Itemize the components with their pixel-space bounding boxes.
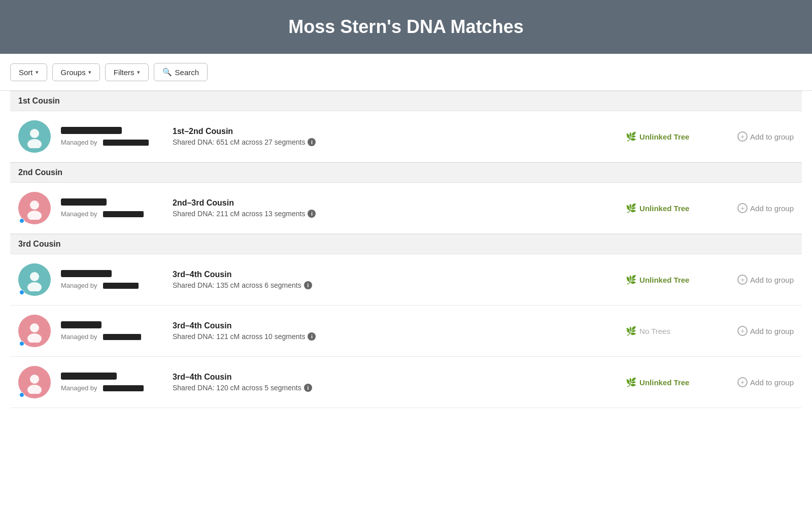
- tree-unlinked-icon: 🌿: [626, 275, 636, 285]
- shared-dna: Shared DNA: 120 cM across 5 segments i: [173, 384, 616, 392]
- shared-dna: Shared DNA: 211 cM across 13 segments i: [173, 210, 616, 218]
- filters-label: Filters: [114, 68, 134, 77]
- add-group-label: Add to group: [750, 276, 794, 284]
- add-group-plus-icon: +: [737, 326, 748, 336]
- managed-by-text: Managed by: [61, 282, 97, 289]
- add-group-label: Add to group: [750, 327, 794, 335]
- no-trees-label: 🌿No Trees: [626, 326, 670, 336]
- toolbar: Sort ▾ Groups ▾ Filters ▾ 🔍 Search: [0, 54, 812, 91]
- search-label: Search: [175, 68, 199, 77]
- add-to-group-button[interactable]: +Add to group: [737, 275, 794, 285]
- section-1st-cousin: 1st Cousin Managed by 1st–2nd CousinShar…: [10, 91, 802, 162]
- unlinked-tree-link[interactable]: 🌿Unlinked Tree: [626, 203, 689, 214]
- online-dot: [19, 341, 24, 346]
- shared-dna-text: Shared DNA: 120 cM across 5 segments: [173, 384, 301, 392]
- unlinked-tree-link[interactable]: 🌿Unlinked Tree: [626, 131, 689, 142]
- shared-dna: Shared DNA: 121 cM across 10 segments i: [173, 332, 616, 341]
- shared-dna: Shared DNA: 135 cM across 6 segments i: [173, 281, 616, 289]
- managed-by: Managed by: [61, 282, 162, 289]
- info-icon[interactable]: i: [308, 138, 316, 146]
- avatar-wrap: [18, 315, 51, 347]
- svg-point-2: [30, 200, 39, 210]
- match-name-area: Managed by: [61, 127, 162, 146]
- tree-unlinked-icon: 🌿: [626, 131, 636, 142]
- avatar-wrap: [18, 120, 51, 153]
- sort-label: Sort: [19, 68, 33, 77]
- page-title: Moss Stern's DNA Matches: [10, 16, 802, 38]
- add-group-label: Add to group: [750, 204, 794, 213]
- info-icon[interactable]: i: [304, 384, 312, 392]
- avatar[interactable]: [18, 120, 51, 153]
- groups-label: Groups: [61, 68, 86, 77]
- info-icon[interactable]: i: [308, 332, 316, 341]
- match-name-area: Managed by: [61, 270, 162, 289]
- match-details: 3rd–4th CousinShared DNA: 135 cM across …: [173, 270, 616, 289]
- groups-button[interactable]: Groups ▾: [52, 63, 100, 81]
- cousin-label: 2nd–3rd Cousin: [173, 198, 616, 208]
- tree-status: 🌿Unlinked Tree: [626, 131, 727, 142]
- match-name-area: Managed by: [61, 321, 162, 341]
- match-details: 3rd–4th CousinShared DNA: 120 cM across …: [173, 373, 616, 392]
- page-header: Moss Stern's DNA Matches: [0, 0, 812, 54]
- match-name-redacted[interactable]: [61, 270, 112, 277]
- add-group-plus-icon: +: [737, 203, 748, 213]
- tree-unlinked-icon: 🌿: [626, 377, 636, 388]
- match-name-redacted[interactable]: [61, 127, 122, 134]
- match-row: Managed by 3rd–4th CousinShared DNA: 121…: [10, 306, 802, 357]
- avatar-wrap: [18, 366, 51, 398]
- svg-point-5: [27, 282, 42, 291]
- match-name-redacted[interactable]: [61, 198, 107, 206]
- unlinked-tree-label: Unlinked Tree: [639, 378, 689, 387]
- group-header-1st-cousin: 1st Cousin: [10, 91, 802, 111]
- matches-container: 1st Cousin Managed by 1st–2nd CousinShar…: [0, 91, 812, 408]
- info-icon[interactable]: i: [308, 210, 316, 218]
- section-2nd-cousin: 2nd Cousin Managed by 2nd–3rd CousinShar…: [10, 162, 802, 234]
- svg-point-1: [27, 139, 42, 148]
- shared-dna-text: Shared DNA: 135 cM across 6 segments: [173, 281, 301, 289]
- online-dot: [19, 290, 24, 295]
- shared-dna-text: Shared DNA: 121 cM across 10 segments: [173, 332, 305, 341]
- add-to-group-button[interactable]: +Add to group: [737, 377, 794, 387]
- managed-name-redacted: [103, 140, 149, 146]
- svg-point-3: [27, 211, 42, 220]
- shared-dna: Shared DNA: 651 cM across 27 segments i: [173, 138, 616, 146]
- managed-name-redacted: [103, 211, 144, 217]
- filters-button[interactable]: Filters ▾: [105, 63, 149, 81]
- online-dot: [19, 392, 24, 397]
- no-tree-icon: 🌿: [626, 326, 636, 336]
- no-trees-text: No Trees: [639, 327, 670, 335]
- svg-point-8: [30, 375, 39, 384]
- add-group-label: Add to group: [750, 378, 794, 387]
- search-button[interactable]: 🔍 Search: [154, 63, 208, 81]
- match-name-area: Managed by: [61, 373, 162, 392]
- add-group-plus-icon: +: [737, 131, 748, 142]
- add-to-group-button[interactable]: +Add to group: [737, 326, 794, 336]
- managed-by-text: Managed by: [61, 333, 97, 341]
- tree-status: 🌿No Trees: [626, 326, 727, 336]
- match-name-redacted[interactable]: [61, 321, 101, 328]
- unlinked-tree-link[interactable]: 🌿Unlinked Tree: [626, 377, 689, 388]
- managed-by: Managed by: [61, 139, 162, 146]
- tree-status: 🌿Unlinked Tree: [626, 275, 727, 285]
- unlinked-tree-link[interactable]: 🌿Unlinked Tree: [626, 275, 689, 285]
- online-dot: [19, 218, 24, 223]
- managed-by: Managed by: [61, 210, 162, 218]
- svg-point-7: [27, 333, 42, 343]
- match-details: 3rd–4th CousinShared DNA: 121 cM across …: [173, 321, 616, 341]
- svg-point-6: [30, 323, 39, 332]
- search-icon: 🔍: [162, 68, 172, 77]
- match-row: Managed by 3rd–4th CousinShared DNA: 120…: [10, 357, 802, 408]
- managed-by-text: Managed by: [61, 210, 97, 218]
- add-group-plus-icon: +: [737, 377, 748, 387]
- sort-button[interactable]: Sort ▾: [10, 63, 47, 81]
- match-row: Managed by 3rd–4th CousinShared DNA: 135…: [10, 254, 802, 306]
- match-name-redacted[interactable]: [61, 373, 117, 380]
- group-header-3rd-cousin: 3rd Cousin: [10, 234, 802, 254]
- sort-chevron-icon: ▾: [36, 69, 39, 76]
- match-name-area: Managed by: [61, 198, 162, 218]
- group-header-2nd-cousin: 2nd Cousin: [10, 162, 802, 183]
- info-icon[interactable]: i: [304, 281, 312, 289]
- add-to-group-button[interactable]: +Add to group: [737, 131, 794, 142]
- add-to-group-button[interactable]: +Add to group: [737, 203, 794, 213]
- tree-unlinked-icon: 🌿: [626, 203, 636, 214]
